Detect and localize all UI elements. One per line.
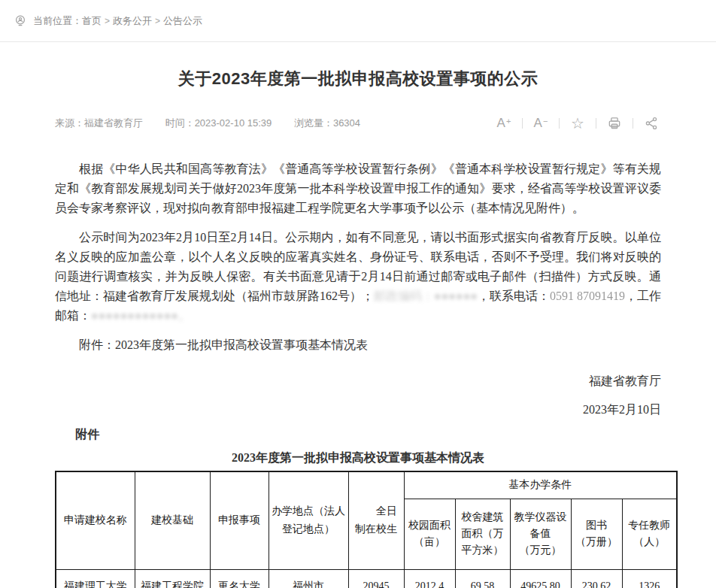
star-icon: ☆ bbox=[571, 116, 584, 131]
header-school-base: 建校基础 bbox=[135, 471, 210, 569]
redacted-email: ●●●●●●●●●●●●。 bbox=[91, 309, 190, 322]
cell-school-name: 福建理工大学 bbox=[56, 569, 135, 588]
article: 关于2023年度第一批拟申报高校设置事项的公示 来源：福建省教育厅 时间：202… bbox=[0, 68, 716, 588]
font-decrease-button[interactable]: A− bbox=[531, 114, 551, 132]
table-row: 福建理工大学 福建工程学院 更名大学 福州市 20945 2012.4 69.5… bbox=[56, 569, 677, 588]
cell-application-item: 更名大学 bbox=[210, 569, 268, 588]
header-school-name: 申请建校名称 bbox=[56, 471, 135, 569]
cell-equipment-value: 49625.80 bbox=[510, 569, 571, 588]
phone-number: 0591 87091419 bbox=[550, 289, 625, 302]
paragraph-1: 根据《中华人民共和国高等教育法》《普通高等学校设置暂行条例》《普通本科学校设置暂… bbox=[55, 159, 661, 218]
signature-org: 福建省教育厅 bbox=[55, 371, 661, 391]
toolbar-divider bbox=[559, 118, 560, 129]
cell-teachers: 1326 bbox=[622, 569, 677, 588]
cell-school-base: 福建工程学院 bbox=[135, 569, 210, 588]
meta-source: 来源：福建省教育厅 bbox=[55, 117, 143, 129]
cell-fulltime-students: 20945 bbox=[348, 569, 404, 588]
meta-row: 来源：福建省教育厅 时间：2023-02-10 15:39 浏览量：36304 … bbox=[55, 114, 661, 132]
paragraph-2: 公示时间为2023年2月10日至2月14日。公示期内，如有不同意见，请以书面形式… bbox=[55, 228, 661, 326]
page-title: 关于2023年度第一批拟申报高校设置事项的公示 bbox=[55, 68, 661, 90]
font-increase-letter: A bbox=[497, 116, 505, 131]
meta-views: 浏览量：36304 bbox=[294, 117, 360, 129]
share-button[interactable] bbox=[642, 114, 661, 132]
attachment-reference-line: 附件：2023年度第一批拟申报高校设置事项基本情况表 bbox=[55, 335, 661, 355]
plus-sign: + bbox=[506, 117, 511, 126]
font-increase-button[interactable]: A+ bbox=[494, 114, 514, 132]
current-location-icon bbox=[14, 14, 27, 28]
header-application-item: 申报事项 bbox=[210, 471, 268, 569]
basic-info-table: 申请建校名称 建校基础 申报事项 办学地点（法人登记地点） 全日制在校生 基本办… bbox=[55, 471, 678, 588]
cell-books: 230.62 bbox=[571, 569, 622, 588]
printer-icon bbox=[607, 116, 622, 131]
redacted-postal-code: 邮政编码：●●●●●● bbox=[374, 289, 478, 302]
breadcrumb-gonggao[interactable]: 公告公示 bbox=[163, 14, 202, 28]
header-fulltime-students: 全日制在校生 bbox=[348, 471, 404, 569]
favorite-button[interactable]: ☆ bbox=[568, 114, 587, 132]
header-equipment-value: 教学仪器设备值 （万元） bbox=[510, 499, 571, 569]
header-location: 办学地点（法人登记地点） bbox=[268, 471, 348, 569]
share-icon bbox=[644, 116, 659, 131]
header-building-area: 校舍建筑面积（万平方米） bbox=[455, 499, 510, 569]
meta-time: 时间：2023-02-10 15:39 bbox=[165, 117, 272, 129]
cell-building-area: 69.58 bbox=[455, 569, 510, 588]
article-meta: 来源：福建省教育厅 时间：2023-02-10 15:39 浏览量：36304 bbox=[55, 117, 380, 130]
toolbar-divider bbox=[596, 118, 596, 129]
cell-location: 福州市 bbox=[268, 569, 348, 588]
breadcrumb-separator: > bbox=[105, 16, 110, 26]
article-body: 根据《中华人民共和国高等教育法》《普通高等学校设置暂行条例》《普通本科学校设置暂… bbox=[55, 159, 661, 355]
page: 当前位置： 首页 > 政务公开 > 公告公示 关于2023年度第一批拟申报高校设… bbox=[0, 0, 716, 588]
article-toolbar: A+ A− ☆ bbox=[494, 114, 661, 132]
cell-campus-area: 2012.4 bbox=[404, 569, 455, 588]
attachment-reference-text: 附件：2023年度第一批拟申报高校设置事项基本情况表 bbox=[79, 338, 368, 351]
breadcrumb: 当前位置： 首页 > 政务公开 > 公告公示 bbox=[0, 0, 716, 42]
paragraph-1-text: 根据《中华人民共和国高等教育法》《普通高等学校设置暂行条例》《普通本科学校设置暂… bbox=[55, 162, 661, 214]
toolbar-divider bbox=[522, 118, 523, 129]
attachment-table-title: 2023年度第一批拟申报高校设置事项基本情况表 bbox=[55, 450, 661, 466]
signature-date: 2023年2月10日 bbox=[55, 400, 661, 420]
breadcrumb-home[interactable]: 首页 bbox=[82, 14, 102, 28]
header-basic-conditions-group: 基本办学条件 bbox=[404, 471, 677, 499]
signature-block: 福建省教育厅 2023年2月10日 bbox=[55, 371, 661, 420]
header-teachers: 专任教师 （人） bbox=[622, 499, 677, 569]
print-button[interactable] bbox=[605, 114, 624, 132]
attachment-heading: 附件 bbox=[55, 427, 661, 443]
breadcrumb-separator: > bbox=[155, 16, 160, 26]
minus-sign: − bbox=[543, 117, 548, 126]
breadcrumb-label: 当前位置： bbox=[33, 14, 82, 28]
header-books: 图书 （万册） bbox=[571, 499, 622, 569]
header-campus-area: 校园面积 （亩） bbox=[404, 499, 455, 569]
breadcrumb-zhengwu[interactable]: 政务公开 bbox=[113, 14, 152, 28]
toolbar-divider bbox=[633, 118, 633, 129]
phone-label: ，联系电话： bbox=[478, 289, 550, 302]
font-decrease-letter: A bbox=[534, 116, 542, 131]
